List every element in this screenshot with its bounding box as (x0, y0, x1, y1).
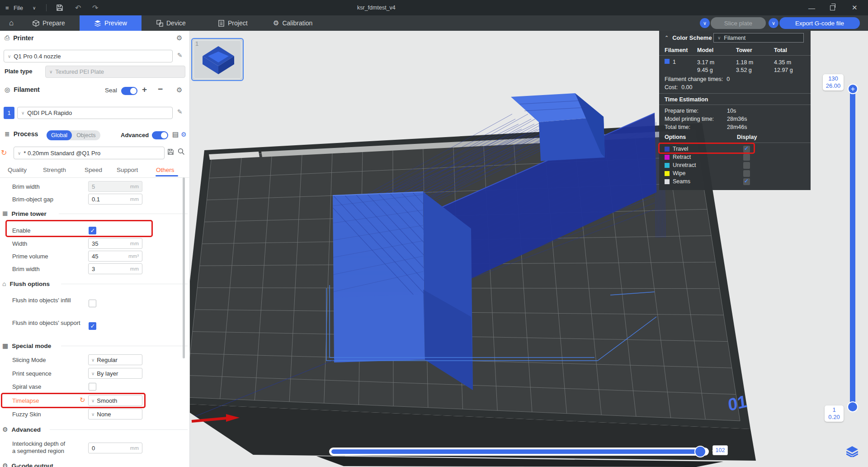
file-menu[interactable]: File (14, 0, 23, 15)
tab-speed[interactable]: Speed (85, 167, 102, 173)
home-button[interactable]: ⌂ (5, 15, 17, 31)
preset-save-icon[interactable] (167, 148, 174, 157)
move-slider-fill (331, 449, 700, 454)
redo-icon[interactable]: ↷ (92, 0, 98, 15)
filament-settings-gear-icon[interactable]: ⚙ (176, 86, 182, 94)
settings-scrollbar[interactable] (183, 177, 185, 358)
flush-icon: ⌂ (2, 280, 6, 287)
active-tab-indicator (156, 175, 178, 176)
move-slider-track[interactable] (329, 448, 709, 456)
filament-select[interactable]: ∨ QIDI PLA Rapido (17, 107, 173, 119)
flush-support-checkbox[interactable] (89, 322, 96, 330)
layer-slider-add-button[interactable]: + (848, 84, 858, 94)
save-icon[interactable] (56, 0, 63, 15)
process-preset-select[interactable]: ∨ * 0.20mm Standard @Q1 Pro (14, 147, 165, 159)
tab-quality[interactable]: Quality (8, 167, 27, 173)
legend-row-seams: Seams (665, 178, 690, 185)
prime-tower-width-input[interactable]: 35mm (88, 238, 142, 249)
tab-device[interactable]: Device (153, 15, 189, 31)
hamburger-icon[interactable]: ≡ (5, 0, 9, 15)
brim-object-gap-input[interactable]: 0.1mm (88, 194, 142, 205)
printer-select[interactable]: ∨ Q1 Pro 0.4 nozzle (4, 50, 173, 62)
chevron-down-icon: ∨ (21, 110, 24, 115)
unretract-display-checkbox[interactable] (743, 162, 750, 169)
nav-bar: ⌂ Prepare Preview Device Project ⚙ Calib… (0, 15, 868, 31)
advanced-toggle[interactable] (152, 131, 168, 139)
titlebar-divider (46, 4, 47, 11)
flush-infill-checkbox[interactable] (89, 300, 96, 307)
slice-plate-button[interactable]: Slice plate (711, 17, 766, 29)
printer-settings-gear-icon[interactable]: ⚙ (176, 34, 182, 42)
move-slider-handle[interactable] (694, 446, 706, 457)
retract-display-checkbox[interactable] (743, 154, 750, 161)
brim-width-input[interactable]: 5mm (88, 181, 142, 192)
interlocking-input[interactable]: 0mm (88, 443, 142, 453)
layer-slider-track[interactable] (850, 89, 855, 408)
file-menu-chevron-icon[interactable]: ∨ (33, 0, 36, 15)
preset-search-icon[interactable] (177, 148, 185, 157)
undo-icon[interactable]: ↶ (75, 0, 81, 15)
print-sequence-label: Print sequence (12, 370, 52, 377)
remove-filament-button[interactable]: − (158, 84, 163, 94)
tab-prepare[interactable]: Prepare (26, 15, 71, 31)
plate-type-select[interactable]: ∨ Textured PEI Plate (45, 66, 185, 78)
layers-view-icon[interactable] (846, 446, 858, 457)
flush-infill-label: Flush into objects' infill (12, 297, 85, 304)
fuzzy-skin-label: Fuzzy Skin (12, 411, 41, 418)
fuzzy-skin-select[interactable]: ∨ None (88, 409, 142, 419)
scope-objects[interactable]: Objects (72, 132, 100, 138)
slicing-mode-select[interactable]: ∨ Regular (88, 354, 142, 365)
layer-slider-top-tooltip: 13026.00 (823, 74, 844, 91)
process-list-icon[interactable]: ▤ (172, 131, 179, 138)
tab-strength[interactable]: Strength (43, 167, 66, 173)
filament-section-header: ◎ Filament (5, 86, 40, 93)
plate-thumbnail-number: 1 (195, 40, 198, 47)
filament-usage-row: 1 3.17 m9.45 g 1.18 m3.52 g 4.35 m12.97 … (665, 59, 793, 74)
filament-edit-icon[interactable]: ✎ (177, 108, 183, 115)
tab-calibration[interactable]: ⚙ Calibration (269, 15, 316, 31)
add-filament-button[interactable]: + (142, 85, 147, 95)
seal-toggle[interactable] (121, 87, 137, 95)
plate-thumbnail-model-icon (201, 45, 236, 75)
total-time-row: Total time:28m46s (665, 124, 747, 130)
device-icon (156, 20, 163, 27)
preview-layers-icon (94, 20, 101, 27)
layer-slider-bottom-handle[interactable] (847, 401, 858, 412)
brim-object-gap-label: Brim-object gap (12, 196, 53, 203)
printer-edit-icon[interactable]: ✎ (177, 52, 183, 59)
restore-button[interactable] (830, 0, 835, 15)
tab-preview[interactable]: Preview (80, 15, 142, 31)
plate-thumbnail[interactable]: 1 (191, 38, 244, 81)
minimize-button[interactable]: — (808, 0, 815, 15)
tab-project[interactable]: Project (214, 15, 251, 31)
seams-display-checkbox[interactable] (743, 178, 750, 185)
process-tune-icon[interactable]: ⚙ (181, 131, 187, 138)
plate-type-label: Plate type (5, 68, 32, 75)
scope-global[interactable]: Global (47, 130, 72, 140)
highlight-enable-row (5, 220, 153, 237)
cost-row: Cost:0.00 (665, 84, 693, 91)
filament-change-times: Filament change times:0 (665, 76, 730, 82)
export-options-chevron[interactable]: ∨ (769, 18, 778, 28)
print-sequence-select[interactable]: ∨ By layer (88, 368, 142, 379)
col-model: Model (697, 47, 736, 53)
export-gcode-button[interactable]: Export G-code file (779, 17, 860, 29)
prime-volume-input[interactable]: 45mm³ (88, 251, 142, 262)
wipe-display-checkbox[interactable] (743, 170, 750, 177)
process-scope-switch[interactable]: Global Objects (47, 130, 100, 140)
preset-reset-icon[interactable]: ↻ (1, 149, 7, 157)
chevron-down-icon: ∨ (91, 357, 94, 362)
printer-section-header: ⎙ Printer (5, 34, 33, 42)
prime-tower-brim-width-input[interactable]: 3mm (88, 263, 142, 274)
slice-options-chevron[interactable]: ∨ (700, 18, 710, 28)
legend-row-retract: Retract (665, 154, 691, 160)
collapse-panel-icon[interactable]: ⌃ (665, 35, 669, 41)
tab-others[interactable]: Others (156, 167, 175, 173)
chevron-down-icon: ∨ (49, 69, 52, 74)
color-scheme-select[interactable]: ∨ Filament (713, 33, 804, 43)
prepare-time-row: Prepare time:10s (665, 108, 736, 114)
spiral-vase-checkbox[interactable] (89, 383, 96, 391)
tab-support[interactable]: Support (117, 167, 138, 173)
prime-tower-icon: 𝌆 (2, 210, 8, 217)
close-button[interactable]: ✕ (852, 0, 858, 15)
